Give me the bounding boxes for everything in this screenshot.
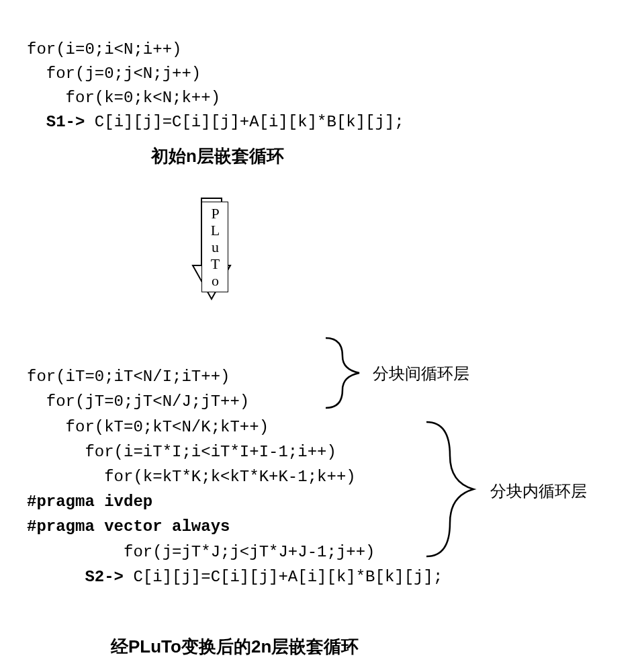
outer-loops-label: 分块间循环层 <box>373 363 469 384</box>
top-caption: 初始n层嵌套循环 <box>151 144 284 168</box>
code-line: for(i=0;i<N;i++) <box>27 40 181 58</box>
arrow-label: PLuTo <box>201 202 228 292</box>
top-code-block: for(i=0;i<N;i++) for(j=0;j<N;j++) for(k=… <box>27 13 404 134</box>
code-line: for(jT=0;jT<N/J;jT++) <box>27 392 249 411</box>
code-line: for(k=kT*K;k<kT*K+K-1;k++) <box>27 468 356 486</box>
pragma-line: #pragma ivdep <box>27 493 152 511</box>
code-line: for(k=0;k<N;k++) <box>27 89 220 107</box>
brace-inner-loops <box>423 415 484 566</box>
brace-outer-loops <box>322 333 369 417</box>
inner-loops-label: 分块内循环层 <box>490 480 587 502</box>
code-line: for(iT=0;iT<N/I;iT++) <box>27 368 230 386</box>
statement-label: S2-> <box>27 568 124 586</box>
code-line: C[i][j]=C[i][j]+A[i][k]*B[k][j]; <box>124 568 443 586</box>
code-line: for(i=iT*I;i<iT*I+I-1;i++) <box>27 443 336 461</box>
statement-label: S1-> <box>27 113 85 131</box>
code-line: for(kT=0;kT<N/K;kT++) <box>27 418 269 436</box>
code-line: for(j=0;j<N;j++) <box>27 65 201 83</box>
code-line: C[i][j]=C[i][j]+A[i][k]*B[k][j]; <box>85 113 404 131</box>
bottom-caption: 经PLuTo变换后的2n层嵌套循环 <box>111 635 359 659</box>
code-line: for(j=jT*J;j<jT*J+J-1;j++) <box>27 543 375 561</box>
pragma-line: #pragma vector always <box>27 517 230 536</box>
